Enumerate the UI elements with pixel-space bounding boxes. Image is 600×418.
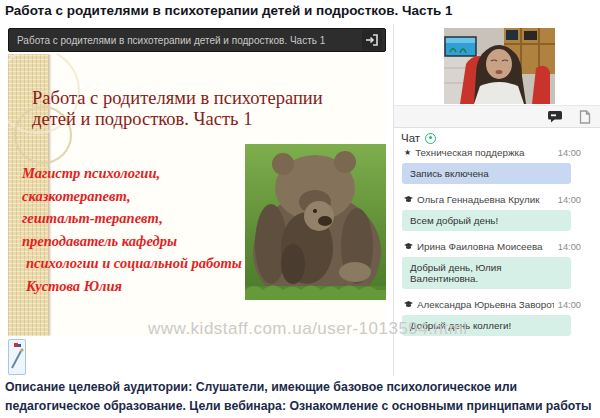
document-icon	[579, 110, 591, 124]
tab-chat[interactable]	[547, 110, 563, 123]
chat-message-list[interactable]: ★ Техническая поддержка 14:00 Запись вкл…	[394, 146, 600, 376]
bear-photo	[245, 144, 386, 300]
slide-subtitle-line: преподаватель кафедры	[22, 230, 252, 253]
slide-subtitle-line: гештальт-терапевт,	[22, 207, 252, 230]
webcam-video	[444, 28, 555, 104]
chat-bubble-icon	[547, 110, 563, 123]
slide-subtitle-line: Кустова Юлия	[22, 275, 252, 298]
message-time: 14:00	[558, 148, 581, 158]
exit-icon	[365, 33, 379, 47]
sender-name: Ирина Фаиловна Моисеева	[417, 241, 554, 252]
tab-files[interactable]	[579, 110, 591, 124]
message-time: 14:00	[558, 242, 581, 252]
chat-label: Чат	[401, 132, 420, 144]
graduation-cap-icon	[404, 301, 413, 308]
message-bubble: Запись включена	[402, 163, 571, 184]
graduation-cap-icon	[404, 196, 413, 203]
pencil-icon	[10, 342, 24, 372]
sender-name: Ольга Геннадьевна Крулик	[417, 194, 554, 205]
slide-subtitle-line: психологии и социальной работы	[22, 252, 252, 275]
sender-name: Александра Юрьевна Заворотняя	[417, 299, 554, 310]
exit-button[interactable]	[362, 30, 382, 50]
message-bubble: Добрый день, Юлия Валентиновна.	[402, 257, 571, 289]
page-title: Работа с родителями в психотерапии детей…	[5, 3, 453, 18]
message-bubble: Всем добрый день!	[402, 210, 571, 231]
star-icon: ★	[404, 149, 411, 157]
slide-title: Работа с родителями в психотерапии детей…	[32, 88, 324, 130]
graduation-cap-icon	[404, 243, 413, 250]
slide-canvas[interactable]: Работа с родителями в психотерапии детей…	[8, 54, 386, 336]
panel-tabs	[394, 105, 600, 128]
chat-header: Чат	[401, 132, 436, 144]
sender-name: Техническая поддержка	[415, 147, 554, 158]
chat-message: Ирина Фаиловна Моисеева 14:00 Добрый ден…	[394, 240, 600, 289]
chat-message: Ольга Геннадьевна Крулик 14:00 Всем добр…	[394, 193, 600, 231]
status-circle-icon	[425, 133, 436, 144]
footer-description: Описание целевой аудитории: Слушатели, и…	[5, 378, 597, 418]
chat-message: ★ Техническая поддержка 14:00 Запись вкл…	[394, 146, 600, 184]
message-time: 14:00	[558, 300, 581, 310]
toolbar-title: Работа с родителями в психотерапии детей…	[9, 35, 362, 46]
webinar-toolbar: Работа с родителями в психотерапии детей…	[8, 28, 386, 52]
watermark: www.kidstaff.com.ua/user-1013594.html	[148, 319, 468, 339]
message-time: 14:00	[558, 195, 581, 205]
slide-subtitle-line: сказкотерапевт,	[22, 185, 252, 208]
pencil-tool-button[interactable]	[8, 339, 26, 375]
slide-subtitle-line: Магистр психологии,	[22, 162, 252, 185]
slide-subtitle: Магистр психологии, сказкотерапевт, гешт…	[22, 162, 252, 297]
